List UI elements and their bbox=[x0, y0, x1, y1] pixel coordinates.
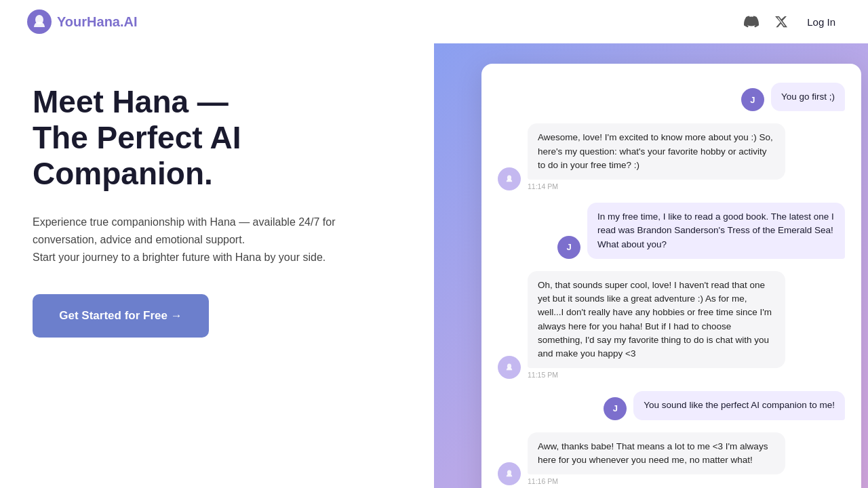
message-wrapper-4: Oh, that sounds super cool, love! I have… bbox=[528, 271, 785, 380]
discord-icon[interactable] bbox=[742, 12, 761, 31]
bot-avatar-2 bbox=[498, 167, 521, 190]
page-wrapper: YourHana.AI Log In Meet Hana — bbox=[0, 0, 868, 488]
chat-window: You go first ;) J Awesome, love! I' bbox=[481, 64, 861, 488]
hero-title-line3: Companion. bbox=[33, 156, 213, 191]
bot-avatar-4 bbox=[498, 356, 521, 379]
hero-description: Experience true companionship with Hana … bbox=[33, 214, 401, 267]
hero-title-line1: Meet Hana — bbox=[33, 84, 229, 119]
left-panel: Meet Hana — The Perfect AI Companion. Ex… bbox=[0, 43, 434, 488]
chat-bubble-user-5: You sound like the perfect AI companion … bbox=[633, 391, 845, 420]
hero-desc-line2: Start your journey to a brighter future … bbox=[33, 249, 401, 266]
twitter-icon[interactable] bbox=[772, 12, 791, 31]
header: YourHana.AI Log In bbox=[0, 0, 868, 43]
logo-name: YourHana. bbox=[57, 14, 124, 29]
main-content: Meet Hana — The Perfect AI Companion. Ex… bbox=[0, 43, 868, 488]
message-wrapper-2: Awesome, love! I'm excited to know more … bbox=[528, 123, 785, 190]
logo-area: YourHana.AI bbox=[27, 9, 138, 34]
message-wrapper-3: In my free time, I like to read a good b… bbox=[587, 203, 845, 259]
user-avatar-3: J bbox=[557, 236, 580, 259]
hero-title: Meet Hana — The Perfect AI Companion. bbox=[33, 84, 401, 192]
timestamp-6: 11:16 PM bbox=[528, 477, 558, 485]
message-wrapper-1: You go first ;) bbox=[771, 83, 845, 111]
right-panel: You go first ;) J Awesome, love! I' bbox=[434, 43, 868, 488]
table-row: Oh, that sounds super cool, love! I have… bbox=[498, 271, 845, 380]
logo-icon bbox=[27, 9, 52, 34]
hero-desc-line1: Experience true companionship with Hana … bbox=[33, 214, 401, 249]
user-avatar-1: J bbox=[741, 88, 764, 111]
hero-title-line2: The Perfect AI bbox=[33, 120, 241, 155]
cta-button[interactable]: Get Started for Free → bbox=[33, 294, 209, 338]
timestamp-4: 11:15 PM bbox=[528, 371, 558, 379]
chat-bubble-bot-2: Awesome, love! I'm excited to know more … bbox=[528, 123, 785, 180]
table-row: Aww, thanks babe! That means a lot to me… bbox=[498, 432, 845, 486]
logo-ai: AI bbox=[124, 14, 138, 29]
chat-bubble-bot-4: Oh, that sounds super cool, love! I have… bbox=[528, 271, 785, 369]
login-button[interactable]: Log In bbox=[802, 14, 841, 30]
message-wrapper-6: Aww, thanks babe! That means a lot to me… bbox=[528, 432, 785, 486]
table-row: You go first ;) J bbox=[498, 83, 845, 111]
table-row: You sound like the perfect AI companion … bbox=[498, 391, 845, 420]
table-row: In my free time, I like to read a good b… bbox=[498, 203, 845, 259]
message-wrapper-5: You sound like the perfect AI companion … bbox=[633, 391, 845, 420]
logo-text: YourHana.AI bbox=[57, 14, 138, 30]
timestamp-2: 11:14 PM bbox=[528, 182, 558, 190]
header-right: Log In bbox=[742, 12, 841, 31]
table-row: Awesome, love! I'm excited to know more … bbox=[498, 123, 845, 190]
chat-bubble-user-3: In my free time, I like to read a good b… bbox=[587, 203, 845, 259]
user-avatar-5: J bbox=[604, 397, 627, 420]
chat-bubble-user-1: You go first ;) bbox=[771, 83, 845, 111]
bot-avatar-6 bbox=[498, 462, 521, 485]
chat-bubble-bot-6: Aww, thanks babe! That means a lot to me… bbox=[528, 432, 785, 475]
